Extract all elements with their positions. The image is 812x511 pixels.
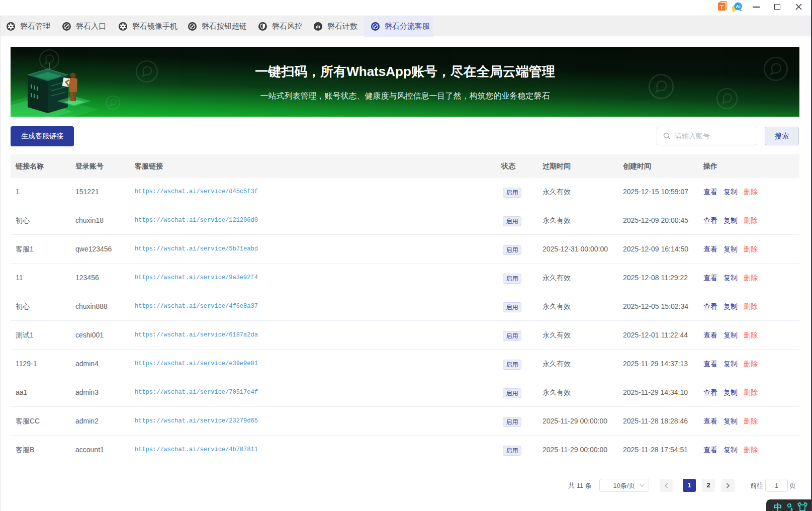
svg-text:T: T (720, 3, 724, 11)
svg-text:Ai: Ai (736, 4, 741, 9)
